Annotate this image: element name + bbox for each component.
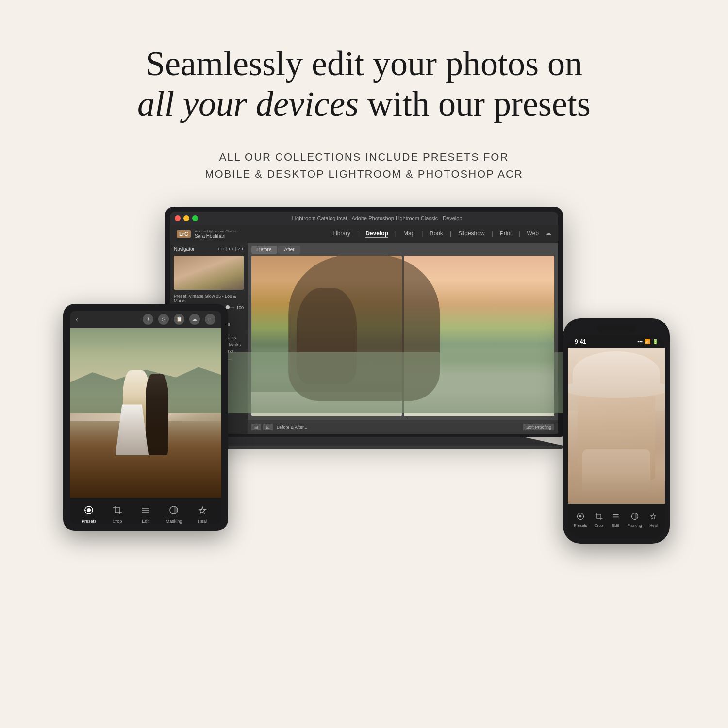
lr-nav-web[interactable]: Web [527,230,539,238]
iphone-status-icons: ▪▪▪ 📶 🔋 [637,339,658,344]
lr-bottom-strip: ⊞ ⊡ Before & After... Soft Proofing [248,420,558,434]
subheadline-line1: ALL OUR COLLECTIONS INCLUDE PRESETS FOR [219,151,509,163]
iphone-presets-label: Presets [574,523,587,528]
iphone-bottom-toolbar: Presets Crop Edit [568,504,665,535]
lr-main-area: Navigator FIT | 1:1 | 2:1 Preset: Vintag… [170,243,558,434]
ipad-tool-crop-label: Crop [113,519,122,524]
headline-line1: Seamlessly edit your photos on [146,44,582,83]
lr-before-btn[interactable]: Before [251,246,277,254]
crop-icon [111,503,124,517]
lr-top-bar: LrC Adobe Lightroom Classic Sara Houliha… [170,225,558,243]
lr-preset-label: Preset: Vintage Glow 05 - Lou & Marks [174,294,244,303]
iphone-heal-label: Heal [649,523,657,528]
lr-photo-after [404,256,554,416]
iphone-device: 9:41 ▪▪▪ 📶 🔋 [563,318,670,544]
iphone-time: 9:41 [575,338,586,345]
ipad-tool-presets[interactable]: Presets [75,503,103,524]
lr-navigator-label: Navigator [174,247,195,252]
lr-navigator-controls: FIT | 1:1 | 2:1 [218,247,244,252]
lr-content: Before After [248,243,558,434]
iphone-tool-edit[interactable]: Edit [611,511,621,528]
ipad-tool-masking[interactable]: Masking [160,503,188,524]
lr-before-after-toggle: Before After [248,243,558,256]
ipad-tool-masking-label: Masking [166,519,182,524]
ipad-device: ‹ ☀ ◷ 📋 ☁ ⋯ [63,304,228,531]
iphone-tool-heal[interactable]: Heal [648,511,659,528]
ipad-icon-4[interactable]: ☁ [189,314,200,325]
ipad-tool-edit-label: Edit [142,519,149,524]
ipad-photo [70,328,221,498]
lr-logo: LrC [177,230,191,238]
ipad-icon-3[interactable]: 📋 [174,314,184,325]
signal-icon: ▪▪▪ [637,339,643,344]
iphone-tool-crop[interactable]: Crop [594,511,604,528]
iphone-tool-presets[interactable]: Presets [574,511,587,528]
ipad-photo-overlay [70,396,221,498]
edit-icon [139,503,152,517]
ipad-top-bar: ‹ ☀ ◷ 📋 ☁ ⋯ [70,311,221,328]
iphone-edit-label: Edit [612,523,619,528]
main-headline: Seamlessly edit your photos on all your … [137,44,591,124]
lr-nav-develop[interactable]: Develop [365,230,388,238]
iphone-tool-masking[interactable]: Masking [628,511,642,528]
laptop-titlebar: Lightroom Catalog.lrcat - Adobe Photosho… [170,212,558,225]
subheadline-line2: MOBILE & DESKTOP LIGHTROOM & PHOTOSHOP A… [205,168,523,180]
laptop-title: Lightroom Catalog.lrcat - Adobe Photosho… [201,215,553,221]
ipad-tool-edit[interactable]: Edit [132,503,160,524]
ipad-icon-2[interactable]: ◷ [158,314,169,325]
iphone-crop-label: Crop [595,523,603,528]
svg-point-11 [579,515,582,518]
lr-navigator-thumb [174,256,244,290]
heal-icon [196,503,209,517]
iphone-heal-icon [648,511,659,522]
ipad-tool-heal-label: Heal [198,519,207,524]
lr-strip-mode[interactable]: Before & After... [277,425,307,430]
dot-red[interactable] [175,215,181,221]
iphone-presets-icon [575,511,586,522]
lr-strip-btn2[interactable]: ⊡ [263,424,273,430]
iphone-masking-label: Masking [628,523,642,528]
devices-container: Lightroom Catalog.lrcat - Adobe Photosho… [49,207,679,619]
lr-photos-area [248,256,558,420]
lr-nav-slideshow[interactable]: Slideshow [458,230,485,238]
ipad-tool-heal[interactable]: Heal [188,503,216,524]
iphone-photo [568,348,665,504]
ipad-icon-5[interactable]: ⋯ [205,314,215,325]
masking-icon [167,503,181,517]
presets-icon [82,503,96,517]
iphone-person-overlay [568,348,665,504]
lr-strip-btn[interactable]: ⊞ [251,424,261,430]
lr-strip-proof[interactable]: Soft Proofing [523,424,554,430]
ipad-tool-presets-label: Presets [82,519,97,524]
lr-nav: Library | Develop | Map | Book | Slidesh… [332,230,551,238]
ipad-icon-1[interactable]: ☀ [143,314,153,325]
headline-italic: all your devices [137,84,359,123]
lr-after-btn[interactable]: After [278,246,300,254]
lr-nav-book[interactable]: Book [430,230,443,238]
ipad-back-button[interactable]: ‹ [76,315,78,323]
svg-point-1 [87,508,91,512]
ipad-toolbar-icons: ☀ ◷ 📋 ☁ ⋯ [143,314,215,325]
lr-navigator: Navigator FIT | 1:1 | 2:1 [174,247,244,252]
ipad-tool-crop[interactable]: Crop [103,503,131,524]
headline-normal: with our presets [359,84,591,123]
wifi-icon: 📶 [645,339,650,344]
notch-bar [597,325,636,333]
dot-green[interactable] [192,215,198,221]
lr-amount-value: 100 [236,305,244,310]
lr-nav-map[interactable]: Map [403,230,414,238]
lr-username: Sara Houlihan [195,233,238,239]
lr-nav-library[interactable]: Library [332,230,350,238]
iphone-status-bar: 9:41 ▪▪▪ 📶 🔋 [568,335,665,348]
battery-icon: 🔋 [652,339,658,344]
dot-yellow[interactable] [183,215,189,221]
subheadline: ALL OUR COLLECTIONS INCLUDE PRESETS FOR … [205,149,523,182]
ipad-bottom-toolbar: Presets Crop Edit [70,498,221,524]
iphone-screen: 9:41 ▪▪▪ 📶 🔋 [568,335,665,539]
iphone-edit-icon [611,511,621,522]
lr-after-image [404,256,554,416]
lr-cloud-icon: ☁ [546,230,551,238]
iphone-notch [568,323,665,335]
ipad-screen: ‹ ☀ ◷ 📋 ☁ ⋯ [70,311,221,524]
lr-nav-print[interactable]: Print [500,230,512,238]
